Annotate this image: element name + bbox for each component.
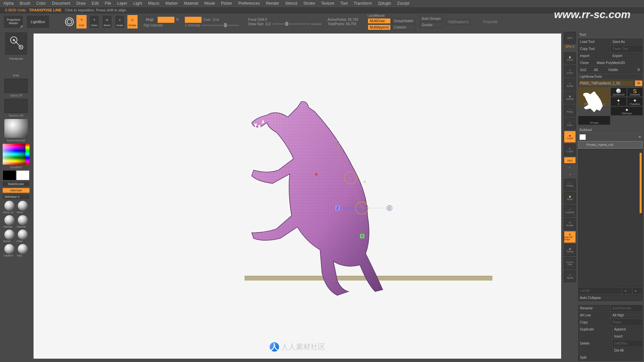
scale-mode-button[interactable]: SScale xyxy=(115,15,125,28)
goz-visible-button[interactable]: Visible xyxy=(606,67,634,73)
menu-picker[interactable]: Picker xyxy=(221,1,232,6)
menu-edit[interactable]: Edit xyxy=(92,1,99,6)
aahalf-button[interactable]: ▣AAHalf xyxy=(564,92,576,104)
brush-standard2[interactable] xyxy=(18,215,28,225)
brush-inflat[interactable] xyxy=(18,230,28,240)
clone-button[interactable]: Clone xyxy=(578,60,594,66)
tool-r-button[interactable]: R xyxy=(635,80,643,86)
tool-thumb-simpleb[interactable]: SSimpleB xyxy=(627,88,643,97)
load-tool-button[interactable]: Load Tool xyxy=(578,39,610,45)
subtool-paste-button[interactable]: Paste xyxy=(611,319,643,325)
duplicate-button[interactable]: Duplicate xyxy=(578,326,612,340)
delete-button[interactable]: Delete xyxy=(578,340,612,354)
viewport[interactable]: Y Z Z Y 人 人人素材社区 xyxy=(34,34,561,359)
goz-r-button[interactable]: R xyxy=(635,67,643,73)
persp-button[interactable]: ≡Persp xyxy=(564,105,576,117)
menu-macro[interactable]: Macro xyxy=(148,1,159,6)
dynamic-label[interactable]: Dynamic xyxy=(311,22,322,25)
menu-zplugin[interactable]: Zplugin xyxy=(378,1,391,6)
subtool-list[interactable] xyxy=(578,149,643,287)
all-low-button[interactable]: All Low xyxy=(578,312,610,318)
list-all-button[interactable]: List All xyxy=(578,288,621,294)
lazymouse-button[interactable]: LazyMouse xyxy=(368,14,416,17)
rgb-button[interactable] xyxy=(158,17,174,23)
objshadow-label[interactable]: ObjShadow 0 xyxy=(446,19,471,25)
projectall-button[interactable]: ProjectAll xyxy=(483,20,497,24)
lightbox-tools-button[interactable]: Lightbox▸Tools xyxy=(578,74,643,79)
menu-zscript[interactable]: Zscript xyxy=(397,1,409,6)
draw-size-slider[interactable] xyxy=(273,23,310,24)
xpose-button[interactable]: ✦Xpose xyxy=(564,270,576,282)
texture-selector[interactable] xyxy=(4,99,28,113)
autogroups-button[interactable]: Auto Groups xyxy=(420,16,443,21)
gizmo-selector[interactable] xyxy=(4,32,28,55)
zadd-button[interactable] xyxy=(185,17,202,23)
spix-label[interactable]: SPix 3 xyxy=(566,45,574,48)
colorize-button[interactable]: Colorize xyxy=(391,24,415,30)
edit-mode-button[interactable]: ✎Edit xyxy=(76,15,87,28)
menu-material[interactable]: Material xyxy=(184,1,198,6)
multidraw-button[interactable]: MultiDraw xyxy=(368,18,391,24)
alpha-selector[interactable] xyxy=(4,79,28,93)
make-polymesh-button[interactable]: Make PolyMesh3D xyxy=(595,60,643,66)
brush-outline-icon[interactable] xyxy=(65,17,74,26)
append-button[interactable]: Append xyxy=(612,326,643,333)
menu-movie[interactable]: Movie xyxy=(204,1,215,6)
menu-light[interactable]: Light xyxy=(133,1,142,6)
background-color[interactable] xyxy=(16,171,29,180)
rotate-view-button[interactable]: ⟳Rotate xyxy=(564,218,576,230)
actual-button[interactable]: ⚏Actual xyxy=(564,78,576,90)
cycle-icon[interactable]: ↻ xyxy=(564,165,576,171)
menu-draw[interactable]: Draw xyxy=(76,1,86,6)
scrollbar-thumb[interactable] xyxy=(640,153,642,213)
tool-thumb-polymes[interactable]: ✦PolyMes xyxy=(627,97,643,106)
import-button[interactable]: Import xyxy=(578,53,610,59)
insert-button[interactable]: Insert xyxy=(612,333,643,340)
bpr-button[interactable]: BPR xyxy=(564,32,576,44)
del-other-button[interactable]: DelOther xyxy=(612,340,643,347)
color-picker[interactable] xyxy=(3,144,30,165)
split-button[interactable]: Split xyxy=(578,354,643,361)
zsub-button[interactable]: Zsub xyxy=(203,18,211,21)
brush-morph[interactable] xyxy=(4,230,14,240)
all-high-button[interactable]: All High xyxy=(611,312,643,318)
brush-claybuild[interactable] xyxy=(4,244,14,254)
menu-stencil[interactable]: Stencil xyxy=(285,1,297,6)
menu-color[interactable]: Color xyxy=(36,1,46,6)
tool-thumb-tmpoly[interactable]: ✦TMPoly1 xyxy=(611,107,643,115)
menu-render[interactable]: Render xyxy=(266,1,279,6)
scale3d-button[interactable]: ⤢Scale3D xyxy=(564,205,576,217)
frame-button[interactable]: ⛶Frame xyxy=(564,179,576,191)
zcut-button[interactable]: Zcut xyxy=(212,18,219,21)
move-mode-button[interactable]: MMove xyxy=(102,15,112,28)
eye-icon[interactable]: 👁 xyxy=(638,135,641,139)
brush-moveto[interactable] xyxy=(4,201,14,211)
lightbox-button[interactable]: LightBox xyxy=(26,15,50,28)
tool-thumb-sphere[interactable]: Sphere3D xyxy=(611,88,627,97)
tool-thumb-star[interactable]: ✦6 xyxy=(611,97,627,106)
multiappend-button[interactable]: MultiAppend xyxy=(368,24,391,30)
menu-document[interactable]: Document xyxy=(52,1,70,6)
goz-all-button[interactable]: All xyxy=(592,67,606,73)
tool-thumb-tpose1[interactable]: TPose1 xyxy=(578,116,610,125)
solo-button[interactable]: DynamicSolo xyxy=(564,257,576,269)
focal-shift-label[interactable]: Focal Shift 0 xyxy=(248,18,321,21)
menu-tool[interactable]: Tool xyxy=(340,1,347,6)
lsym-button[interactable]: ⇅L.Sym xyxy=(564,144,576,156)
list-prev-icon[interactable]: ◄ xyxy=(622,288,632,294)
subtool-active-row[interactable]: TPose1_Hyena_v16 xyxy=(578,141,643,148)
scroll-button[interactable]: ✋Scroll xyxy=(564,52,576,64)
rotate-mode-button[interactable]: RRotate xyxy=(127,15,138,28)
move-view-button[interactable]: ✋Move xyxy=(564,192,576,204)
menu-stroke[interactable]: Stroke xyxy=(303,1,315,6)
local-button[interactable]: ◉Local xyxy=(564,131,576,143)
subtool-copy-button[interactable]: Copy xyxy=(578,319,610,325)
brush-clay[interactable] xyxy=(18,244,28,254)
zoom-button[interactable]: ⚏Zoom xyxy=(564,65,576,77)
draw-mode-button[interactable]: ✎Draw xyxy=(89,15,99,28)
menu-texture[interactable]: Texture xyxy=(321,1,334,6)
menu-marker[interactable]: Marker xyxy=(165,1,178,6)
menu-transform[interactable]: Transform xyxy=(354,1,372,6)
double-button[interactable]: Double xyxy=(420,22,443,28)
menu-file[interactable]: File xyxy=(105,1,111,6)
